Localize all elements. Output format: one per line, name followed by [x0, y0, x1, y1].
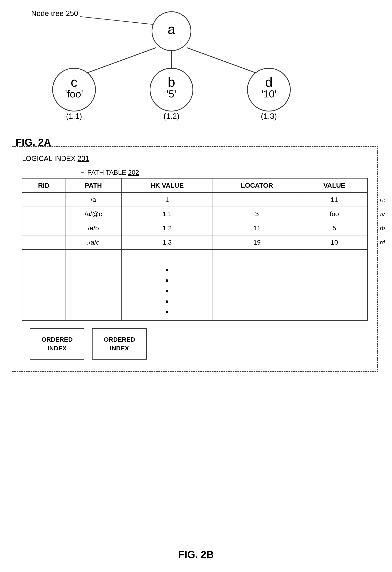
- cell-empty: [121, 250, 213, 261]
- fig2b-section: LOGICAL INDEX 201 ⌐ PATH TABLE 202 RID P…: [12, 146, 378, 372]
- path-table-wrapper: RID PATH HK VALUE LOCATOR VALUE /a 1 11: [22, 178, 368, 321]
- cell-locator: 11: [213, 221, 301, 235]
- svg-text:'foo': 'foo': [65, 88, 83, 100]
- row-label-rc: rc: [380, 211, 385, 217]
- svg-text:'10': '10': [261, 88, 276, 100]
- fig2a-section: Node tree 250 a c: [16, 6, 366, 148]
- svg-line-4: [84, 48, 156, 74]
- cell-empty: [22, 250, 65, 261]
- svg-text:(1.2): (1.2): [163, 112, 179, 120]
- ordered-index-box-1: ORDERED INDEX: [30, 328, 84, 360]
- svg-text:d: d: [265, 75, 273, 89]
- cell-hk: 1.1: [121, 207, 213, 221]
- svg-line-0: [80, 16, 162, 25]
- path-table-label: ⌐ PATH TABLE 202: [80, 169, 368, 176]
- cell-value: 11 ra: [301, 192, 367, 207]
- ordered-boxes-container: ORDERED INDEX ORDERED INDEX: [30, 328, 368, 360]
- svg-text:a: a: [168, 21, 175, 37]
- svg-line-6: [187, 48, 259, 74]
- cell-dots-path: [65, 261, 121, 320]
- cell-rid: [22, 207, 65, 221]
- cell-hk: 1.3: [121, 235, 213, 250]
- cell-rid: [22, 221, 65, 235]
- svg-text:'5': '5': [167, 88, 176, 100]
- svg-text:b: b: [168, 75, 175, 89]
- page: Node tree 250 a c: [0, 0, 392, 572]
- table-row: /a 1 11 ra: [22, 192, 367, 207]
- table-row: /a/@c 1.1 3 foo rc: [22, 207, 367, 221]
- tree-diagram: a c 'foo' b '5' d '10' (1.1) (1.: [16, 6, 327, 127]
- cell-hk: 1: [121, 192, 213, 207]
- path-table: RID PATH HK VALUE LOCATOR VALUE /a 1 11: [22, 178, 368, 321]
- cell-value: 5 rb: [301, 221, 367, 235]
- cell-value: foo rc: [301, 207, 367, 221]
- cell-hk: 1.2: [121, 221, 213, 235]
- cell-empty: [301, 250, 367, 261]
- row-label-rb: rb: [380, 225, 385, 231]
- table-row: ./a/d 1.3 19 10 rd: [22, 235, 367, 250]
- fig2b-caption: FIG. 2B: [0, 549, 392, 560]
- cell-dots-locator: [213, 261, 301, 320]
- col-rid: RID: [22, 178, 65, 192]
- cell-locator: 3: [213, 207, 301, 221]
- col-value: VALUE: [301, 178, 367, 192]
- cell-path: /a: [65, 192, 121, 207]
- cell-path: /a/@c: [65, 207, 121, 221]
- table-row-empty: [22, 250, 367, 261]
- svg-text:(1.3): (1.3): [261, 112, 277, 120]
- row-label-rd: rd: [380, 239, 385, 246]
- cell-locator: [213, 192, 301, 207]
- cell-path: ./a/d: [65, 235, 121, 250]
- table-row-dots: ●●●●●: [22, 261, 367, 320]
- cell-dots-value: [301, 261, 367, 320]
- cell-locator: 19: [213, 235, 301, 250]
- table-header-row: RID PATH HK VALUE LOCATOR VALUE: [22, 178, 367, 192]
- svg-text:(1.1): (1.1): [66, 112, 82, 120]
- table-row: /a/b 1.2 11 5 rb: [22, 221, 367, 235]
- cell-value: 10 rd: [301, 235, 367, 250]
- logical-index-label: LOGICAL INDEX 201: [22, 155, 368, 163]
- row-label-ra: ra: [380, 197, 385, 203]
- cell-empty: [213, 250, 301, 261]
- svg-text:c: c: [71, 75, 77, 89]
- ordered-index-box-2: ORDERED INDEX: [92, 328, 147, 360]
- cell-dots-hk: ●●●●●: [121, 261, 213, 320]
- col-hk: HK VALUE: [121, 178, 213, 192]
- cell-path: /a/b: [65, 221, 121, 235]
- col-path: PATH: [65, 178, 121, 192]
- cell-dots-rid: [22, 261, 65, 320]
- cell-empty: [65, 250, 121, 261]
- cell-rid: [22, 235, 65, 250]
- col-locator: LOCATOR: [213, 178, 301, 192]
- cell-rid: [22, 192, 65, 207]
